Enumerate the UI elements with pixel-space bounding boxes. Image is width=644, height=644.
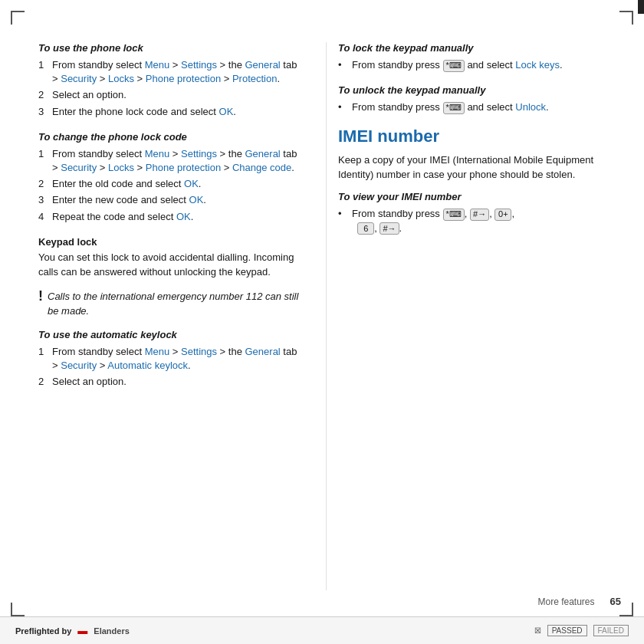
column-divider	[326, 42, 327, 590]
link-security: Security	[61, 73, 97, 84]
step-number: 2	[38, 88, 49, 102]
key-hash-arrow: #→	[470, 209, 489, 221]
key-six: 6	[357, 222, 374, 235]
imei-description: Keep a copy of your IMEI (International …	[338, 153, 621, 182]
link-general: General	[245, 59, 281, 71]
steps-use-phone-lock: 1 From standby select Menu > Settings > …	[38, 58, 299, 119]
link-settings: Settings	[181, 346, 217, 357]
bullet: •	[338, 58, 349, 72]
left-column: To use the phone lock 1 From standby sel…	[38, 42, 322, 590]
step-content: From standby select Menu > Settings > th…	[52, 147, 299, 175]
step-content: From standby press *⌨, #→, 0+, 6, #→.	[352, 207, 621, 235]
key-star: *⌨	[443, 60, 465, 72]
bullet: •	[338, 207, 349, 235]
step-content: Enter the old code and select OK.	[52, 177, 299, 191]
keypad-lock-body: You can set this lock to avoid accidenta…	[38, 251, 299, 280]
link-menu: Menu	[145, 59, 170, 71]
section-auto-keylock: To use the automatic keylock 1 From stan…	[38, 329, 299, 389]
list-item: • From standby press *⌨ and select Lock …	[338, 58, 621, 72]
steps-view-imei: • From standby press *⌨, #→, 0+, 6, #→.	[338, 207, 621, 235]
steps-change-phone-lock: 1 From standby select Menu > Settings > …	[38, 147, 299, 224]
link-menu: Menu	[145, 346, 170, 357]
page-label: More features	[537, 596, 594, 607]
list-item: • From standby press *⌨ and select Unloc…	[338, 100, 621, 114]
list-item: 2 Select an option.	[38, 375, 299, 389]
step-content: Select an option.	[52, 88, 299, 102]
footer: Preflighted by ▬ Elanders ☒ PASSED FAILE…	[0, 616, 644, 644]
link-change-code: Change code	[232, 162, 291, 173]
link-security: Security	[61, 162, 97, 173]
link-settings: Settings	[181, 59, 217, 71]
link-settings: Settings	[181, 148, 217, 159]
link-locks: Locks	[108, 73, 134, 84]
step-number: 2	[38, 177, 49, 191]
step-content: From standby select Menu > Settings > th…	[52, 345, 299, 373]
corner-mark-br	[619, 603, 633, 616]
key-zero-plus: 0+	[495, 209, 511, 221]
heading-lock-keypad: To lock the keypad manually	[338, 42, 621, 54]
link-general: General	[245, 148, 281, 159]
step-number: 3	[38, 193, 49, 207]
heading-auto-keylock: To use the automatic keylock	[38, 329, 299, 340]
bullet: •	[338, 100, 349, 114]
link-ok: OK	[184, 178, 199, 189]
step-content: From standby select Menu > Settings > th…	[52, 58, 299, 86]
main-content: To use the phone lock 1 From standby sel…	[38, 42, 621, 590]
step-content: Enter the new code and select OK.	[52, 193, 299, 207]
page-number: 65	[610, 596, 621, 607]
key-hash-arrow2: #→	[380, 222, 399, 235]
step-content: From standby press *⌨ and select Lock ke…	[352, 58, 621, 72]
link-general: General	[245, 346, 281, 357]
list-item: 2 Enter the old code and select OK.	[38, 177, 299, 191]
heading-keypad-lock: Keypad lock	[38, 236, 299, 248]
heading-use-phone-lock: To use the phone lock	[38, 42, 299, 54]
step-number: 1	[38, 58, 49, 86]
corner-mark-tl	[11, 11, 25, 25]
link-lock-keys: Lock keys	[515, 59, 560, 71]
link-phone-protection: Phone protection	[146, 162, 221, 173]
footer-failed-label: FAILED	[593, 625, 629, 636]
list-item: 1 From standby select Menu > Settings > …	[38, 345, 299, 373]
list-item: 3 Enter the new code and select OK.	[38, 193, 299, 207]
step-number: 1	[38, 345, 49, 373]
step-number: 2	[38, 375, 49, 389]
list-item: 2 Select an option.	[38, 88, 299, 102]
link-ok: OK	[189, 194, 204, 205]
footer-passed-x-mark: ☒	[534, 626, 541, 635]
imei-heading: IMEI number	[338, 127, 621, 146]
list-item: 3 Enter the phone lock code and select O…	[38, 105, 299, 119]
step-number: 3	[38, 105, 49, 119]
link-locks: Locks	[108, 162, 134, 173]
link-menu: Menu	[145, 148, 170, 159]
corner-mark-bl	[11, 603, 25, 616]
link-ok: OK	[176, 211, 191, 222]
link-unlock: Unlock	[515, 101, 546, 113]
section-lock-keypad: To lock the keypad manually • From stand…	[338, 42, 621, 72]
steps-lock-keypad: • From standby press *⌨ and select Lock …	[338, 58, 621, 72]
list-item: 1 From standby select Menu > Settings > …	[38, 147, 299, 175]
info-note: ! Calls to the international emergency n…	[38, 290, 299, 317]
key-star: *⌨	[443, 102, 465, 114]
link-ok: OK	[219, 106, 234, 117]
step-content: Repeat the code and select OK.	[52, 210, 299, 224]
link-phone-protection: Phone protection	[146, 73, 221, 84]
link-security: Security	[61, 360, 97, 371]
section-unlock-keypad: To unlock the keypad manually • From sta…	[338, 84, 621, 114]
footer-preflight-text: Preflighted by	[15, 626, 71, 636]
section-keypad-lock: Keypad lock You can set this lock to avo…	[38, 236, 299, 280]
step-content: Enter the phone lock code and select OK.	[52, 105, 299, 119]
list-item: 4 Repeat the code and select OK.	[38, 210, 299, 224]
step-content: Select an option.	[52, 375, 299, 389]
step-number: 1	[38, 147, 49, 175]
info-icon: !	[38, 289, 43, 317]
heading-unlock-keypad: To unlock the keypad manually	[338, 84, 621, 96]
heading-change-phone-lock: To change the phone lock code	[38, 131, 299, 143]
right-column: To lock the keypad manually • From stand…	[330, 42, 621, 590]
corner-mark-tr	[619, 11, 633, 25]
list-item: 1 From standby select Menu > Settings > …	[38, 58, 299, 86]
elanders-icon: ▬	[77, 625, 87, 636]
footer-brand: Elanders	[94, 626, 129, 636]
steps-auto-keylock: 1 From standby select Menu > Settings > …	[38, 345, 299, 389]
link-auto-keylock: Automatic keylock	[107, 360, 188, 371]
top-right-bar	[638, 0, 644, 14]
